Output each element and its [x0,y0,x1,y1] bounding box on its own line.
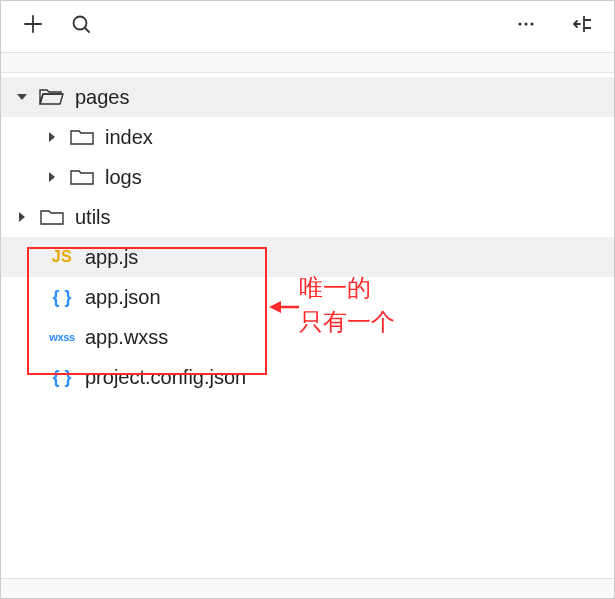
collapse-panel-button[interactable] [558,3,606,51]
file-label: app.json [85,286,161,309]
wxss-file-icon: wxss [47,325,77,349]
search-button[interactable] [57,3,105,51]
chevron-down-icon [15,90,29,104]
folder-label: logs [105,166,142,189]
folder-logs[interactable]: logs [1,157,614,197]
file-label: app.wxss [85,326,168,349]
folder-index[interactable]: index [1,117,614,157]
file-app-wxss[interactable]: wxss app.wxss [1,317,614,357]
more-button[interactable] [502,3,550,51]
file-app-json[interactable]: { } app.json [1,277,614,317]
collapse-panel-icon [570,12,594,41]
folder-icon [37,205,67,229]
plus-icon [23,14,43,39]
add-button[interactable] [9,3,57,51]
folder-icon [67,125,97,149]
json-file-icon: { } [47,365,77,389]
json-file-icon: { } [47,285,77,309]
file-tree: pages index logs utils JS [1,73,614,397]
file-label: app.js [85,246,138,269]
chevron-right-icon [15,210,29,224]
more-icon [515,13,537,40]
svg-point-3 [530,22,533,25]
folder-label: index [105,126,153,149]
svg-point-2 [524,22,527,25]
explorer-toolbar [1,1,614,53]
folder-label: pages [75,86,130,109]
svg-point-1 [518,22,521,25]
chevron-right-icon [45,130,59,144]
chevron-right-icon [45,170,59,184]
folder-utils[interactable]: utils [1,197,614,237]
folder-label: utils [75,206,111,229]
explorer-footer [1,578,614,598]
explorer-subbar [1,53,614,73]
folder-icon [67,165,97,189]
folder-open-icon [37,85,67,109]
file-project-config-json[interactable]: { } project.config.json [1,357,614,397]
js-file-icon: JS [47,245,77,269]
search-icon [70,13,92,40]
folder-pages[interactable]: pages [1,77,614,117]
file-label: project.config.json [85,366,246,389]
file-app-js[interactable]: JS app.js [1,237,614,277]
